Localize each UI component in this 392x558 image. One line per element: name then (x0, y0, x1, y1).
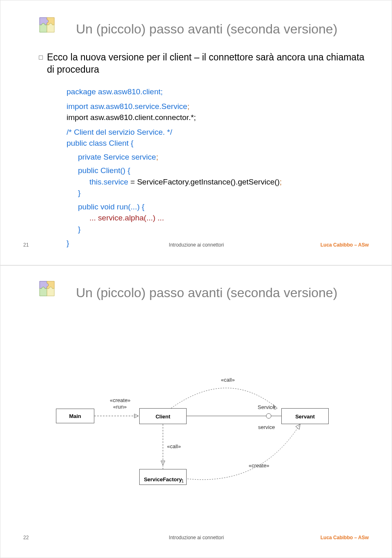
code-line: import asw.asw810.service.Service (67, 102, 187, 111)
slide-1: Un (piccolo) passo avanti (seconda versi… (0, 0, 392, 265)
footer-author: Luca Cabibbo – ASw (321, 242, 369, 248)
code-token: service.alpha(...) (96, 213, 158, 222)
code-line: private Service service (78, 153, 156, 161)
uml-box-client: Client (139, 408, 187, 424)
code-line: import asw.asw810.client.connector.*; (67, 113, 196, 122)
puzzle-icon (36, 14, 62, 41)
code-comment: /* Client del servizio Service. */ (67, 128, 172, 136)
label-call-top: «call» (221, 377, 235, 383)
label-call-down: «call» (167, 443, 181, 449)
code-line: } (78, 189, 80, 197)
uml-box-servicefactory: 1 ServiceFactory (139, 469, 187, 485)
svg-marker-9 (296, 424, 300, 429)
bullet-row: Ecco la nuova versione per il client – i… (39, 51, 367, 76)
code-token: this.service (89, 178, 128, 186)
code-line: package asw.asw810.client; (67, 87, 163, 96)
label-create-sf: «create» (249, 462, 270, 469)
svg-point-3 (266, 413, 271, 418)
bullet-text: Ecco la nuova versione per il client – i… (47, 51, 367, 76)
code-token: ... (89, 213, 96, 222)
label-create: «create» (110, 397, 131, 403)
label-run: «run» (113, 404, 127, 410)
footer-author: Luca Cabibbo – ASw (321, 535, 369, 540)
label-service-role: service (258, 424, 275, 430)
bullet-marker (39, 56, 43, 60)
code-token: ... (158, 213, 164, 222)
uml-box-main: Main (56, 409, 94, 423)
code-semicolon: ; (187, 102, 189, 111)
puzzle-icon (36, 278, 62, 305)
code-line: public Client() { (78, 166, 130, 175)
uml-box-servant: Servant (281, 408, 329, 424)
code-token: = ServiceFactory.getInstance().getServic… (128, 178, 280, 186)
slide-2: Un (piccolo) passo avanti (seconda versi… (0, 265, 392, 558)
code-block: package asw.asw810.client; import asw.as… (67, 86, 282, 249)
multiplicity: 1 (181, 471, 184, 491)
diagram-connectors (49, 364, 351, 515)
slide-title: Un (piccolo) passo avanti (seconda versi… (76, 22, 337, 37)
code-line: } (78, 225, 80, 233)
code-semicolon: ; (280, 178, 282, 186)
sf-label: ServiceFactory (144, 476, 182, 482)
code-semicolon: ; (156, 153, 158, 161)
slide-title: Un (piccolo) passo avanti (seconda versi… (76, 285, 337, 300)
label-service-iface: Service (258, 404, 275, 410)
code-line: public class Client { (67, 139, 134, 147)
code-line: public void run(...) { (78, 202, 145, 211)
